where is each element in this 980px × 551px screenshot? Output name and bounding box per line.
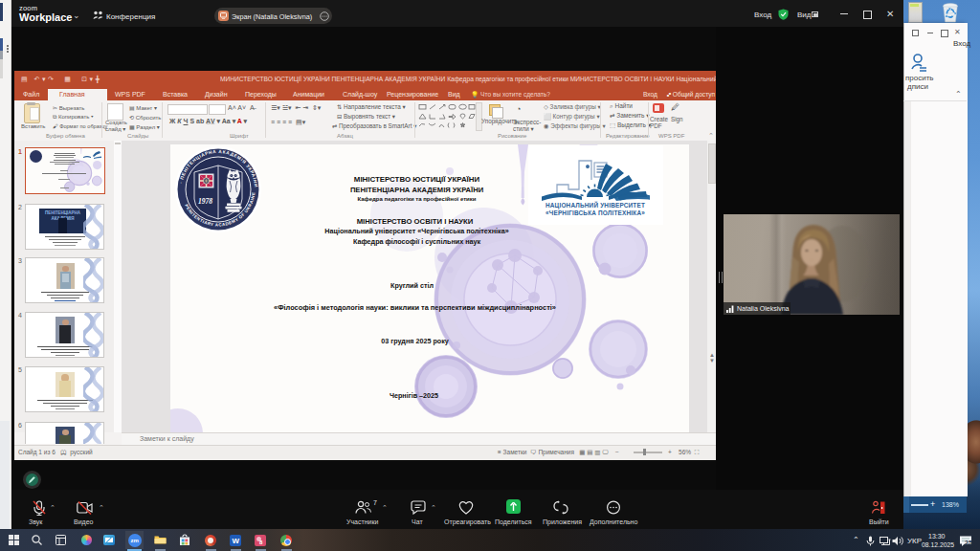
svg-text:«ЧЕРНІГІВСЬКА ПОЛІТЕХНІКА»: «ЧЕРНІГІВСЬКА ПОЛІТЕХНІКА» [546,209,645,216]
